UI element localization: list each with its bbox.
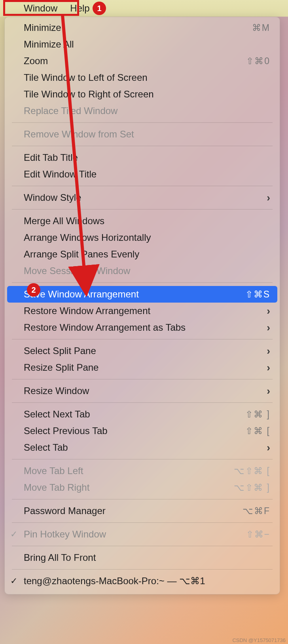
menu-separator	[12, 339, 273, 339]
window-menu-dropdown: Minimize ⌘M Minimize All Zoom ⇧⌘0 Tile W…	[4, 17, 280, 594]
menu-item-select-previous-tab[interactable]: Select Previous Tab ⇧⌘ [	[5, 423, 280, 439]
menu-item-label: Arrange Split Panes Evenly	[24, 249, 270, 260]
menu-item-shortcut: ⌥⇧⌘ ]	[234, 482, 270, 493]
menu-item-label: Window Style	[24, 192, 263, 203]
menu-item-replace-tiled: Replace Tiled Window	[5, 103, 280, 119]
menu-item-minimize[interactable]: Minimize ⌘M	[5, 19, 280, 36]
menu-item-label: Restore Window Arrangement as Tabs	[24, 322, 263, 333]
menu-item-label: Password Manager	[24, 505, 243, 516]
menu-item-label: Minimize All	[24, 39, 270, 50]
menu-separator	[12, 186, 273, 186]
menu-item-resize-window[interactable]: Resize Window ›	[5, 383, 280, 399]
menu-item-select-split-pane[interactable]: Select Split Pane ›	[5, 343, 280, 359]
menu-item-tile-right[interactable]: Tile Window to Right of Screen	[5, 86, 280, 103]
chevron-right-icon: ›	[267, 322, 270, 334]
menu-item-label: Bring All To Front	[24, 552, 270, 563]
menu-separator	[12, 546, 273, 546]
menu-item-select-next-tab[interactable]: Select Next Tab ⇧⌘ ]	[5, 406, 280, 423]
menu-separator	[12, 522, 273, 523]
chevron-right-icon: ›	[267, 192, 270, 204]
check-icon: ✓	[10, 576, 17, 586]
chevron-right-icon: ›	[267, 345, 270, 357]
menu-item-label: Zoom	[24, 55, 246, 67]
menu-item-label: Remove Window from Set	[24, 129, 270, 140]
menu-item-label: Move Session to Window	[24, 265, 270, 276]
menu-item-label: Replace Tiled Window	[24, 105, 270, 116]
menu-item-restore-arrangement-tabs[interactable]: Restore Window Arrangement as Tabs ›	[5, 319, 280, 336]
menu-item-label: Tile Window to Left of Screen	[24, 72, 270, 83]
menu-item-label: Edit Tab Title	[24, 152, 270, 163]
menu-item-label: Tile Window to Right of Screen	[24, 89, 270, 100]
menubar-item-window[interactable]: Window	[17, 3, 64, 14]
annotation-badge-2: 2	[27, 283, 40, 297]
annotation-badge-1: 1	[93, 2, 106, 15]
menu-item-minimize-all[interactable]: Minimize All	[5, 36, 280, 53]
menu-item-move-session-to-window: Move Session to Window	[5, 263, 280, 279]
menu-item-select-tab[interactable]: Select Tab ›	[5, 439, 280, 456]
menu-item-shortcut: ⌘M	[252, 23, 270, 33]
chevron-right-icon: ›	[267, 442, 270, 454]
menu-item-edit-window-title[interactable]: Edit Window Title	[5, 166, 280, 183]
menu-item-label: Move Tab Left	[24, 465, 234, 476]
menu-item-shortcut: ⇧⌘S	[245, 289, 270, 300]
menu-item-password-manager[interactable]: Password Manager ⌥⌘F	[5, 503, 280, 519]
menu-item-remove-from-set: Remove Window from Set	[5, 126, 280, 143]
menu-item-edit-tab-title[interactable]: Edit Tab Title	[5, 149, 280, 166]
menu-item-label: Select Split Pane	[24, 345, 263, 356]
menu-item-shortcut: ⇧⌘ [	[245, 426, 270, 436]
menu-item-shortcut: ⇧⌘ ]	[245, 409, 270, 420]
menu-item-shortcut: ⌥⇧⌘ [	[234, 466, 270, 476]
menu-item-label: Resize Split Pane	[24, 362, 263, 373]
menu-item-label: Restore Window Arrangement	[24, 305, 263, 316]
watermark-text: CSDN @Y1575071736	[232, 637, 286, 643]
menu-item-shortcut: ⇧⌘−	[246, 529, 270, 540]
menu-item-resize-split-pane[interactable]: Resize Split Pane ›	[5, 359, 280, 376]
menu-item-merge-all-windows[interactable]: Merge All Windows	[5, 213, 280, 229]
check-icon: ✓	[10, 529, 17, 539]
chevron-right-icon: ›	[267, 362, 270, 374]
menu-item-label: Save Window Arrangement	[24, 289, 245, 300]
menu-separator	[12, 146, 273, 146]
chevron-right-icon: ›	[267, 305, 270, 317]
menu-item-move-tab-left: Move Tab Left ⌥⇧⌘ [	[5, 463, 280, 479]
menu-item-label: Edit Window Title	[24, 169, 270, 180]
menu-item-label: Pin Hotkey Window	[24, 529, 246, 540]
menu-item-label: Select Next Tab	[24, 409, 245, 420]
menu-separator	[12, 499, 273, 499]
chevron-right-icon: ›	[267, 385, 270, 397]
menu-item-label: Resize Window	[24, 385, 263, 396]
menu-item-arrange-horizontally[interactable]: Arrange Windows Horizontally	[5, 229, 280, 246]
menu-item-pin-hotkey-window: ✓ Pin Hotkey Window ⇧⌘−	[5, 526, 280, 543]
menu-item-shortcut: ⇧⌘0	[246, 56, 270, 67]
menu-item-bring-all-to-front[interactable]: Bring All To Front	[5, 549, 280, 566]
menu-item-save-window-arrangement[interactable]: Save Window Arrangement ⇧⌘S	[7, 286, 277, 303]
menu-separator	[12, 209, 273, 210]
menu-item-label: teng@zhaotengs-MacBook-Pro:~ — ⌥⌘1	[24, 575, 270, 587]
menu-separator	[12, 569, 273, 570]
menu-item-label: Arrange Windows Horizontally	[24, 232, 270, 243]
menu-item-shortcut: ⌥⌘F	[243, 506, 270, 516]
menu-item-move-tab-right: Move Tab Right ⌥⇧⌘ ]	[5, 479, 280, 496]
menu-item-session[interactable]: ✓ teng@zhaotengs-MacBook-Pro:~ — ⌥⌘1	[5, 573, 280, 589]
menu-item-label: Merge All Windows	[24, 215, 270, 227]
menu-item-label: Select Previous Tab	[24, 425, 245, 436]
menubar: Window Help	[0, 0, 288, 17]
menu-separator	[12, 122, 273, 123]
menu-separator	[12, 459, 273, 459]
menu-item-label: Minimize	[24, 22, 252, 33]
menu-item-tile-left[interactable]: Tile Window to Left of Screen	[5, 69, 280, 86]
menu-separator	[12, 402, 273, 403]
menu-item-label: Move Tab Right	[24, 482, 234, 493]
menu-item-restore-arrangement[interactable]: Restore Window Arrangement ›	[5, 303, 280, 319]
menubar-item-help[interactable]: Help	[64, 3, 96, 14]
menu-separator	[12, 379, 273, 379]
menu-item-arrange-split-evenly[interactable]: Arrange Split Panes Evenly	[5, 246, 280, 263]
menu-separator	[12, 282, 273, 283]
menu-item-label: Select Tab	[24, 442, 263, 453]
menu-item-zoom[interactable]: Zoom ⇧⌘0	[5, 53, 280, 69]
menu-item-window-style[interactable]: Window Style ›	[5, 189, 280, 206]
